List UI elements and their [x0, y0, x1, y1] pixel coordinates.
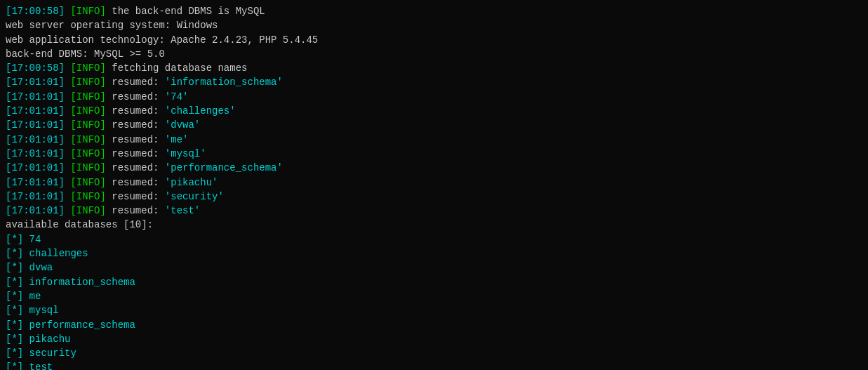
log-message: resumed: [106, 75, 165, 89]
log-line: web server operating system: Windows [6, 18, 862, 32]
quoted-value: 'challenges' [165, 104, 236, 118]
log-message: resumed: [106, 190, 165, 204]
timestamp: [17:00:58] [6, 61, 65, 75]
log-line: [17:01:01] [INFO] resumed: 'me' [6, 133, 862, 147]
quoted-value: 'test' [165, 204, 200, 218]
quoted-value: 'security' [165, 190, 224, 204]
timestamp: [17:01:01] [6, 176, 65, 190]
timestamp: [17:01:01] [6, 118, 65, 132]
timestamp: [17:01:01] [6, 104, 65, 118]
info-tag: [INFO] [70, 75, 105, 89]
timestamp: [17:01:01] [6, 75, 65, 89]
log-line: [17:01:01] [INFO] resumed: 'challenges' [6, 104, 862, 118]
timestamp: [17:01:01] [6, 147, 65, 161]
log-message: web application technology: Apache 2.4.2… [6, 33, 318, 47]
log-line: [17:01:01] [INFO] resumed: 'dvwa' [6, 118, 862, 132]
log-message: resumed: [106, 147, 165, 161]
bullet: [*] [6, 260, 23, 275]
space [65, 104, 70, 118]
bullet: [*] [6, 289, 23, 303]
log-message: resumed: [106, 176, 165, 190]
db-entry: [*] test [6, 360, 862, 370]
log-message: resumed: [106, 161, 165, 175]
info-tag: [INFO] [70, 190, 105, 204]
db-entry: [*] pikachu [6, 332, 862, 346]
timestamp: [17:01:01] [6, 161, 65, 175]
db-entry: [*] challenges [6, 246, 862, 260]
info-tag: [INFO] [70, 90, 105, 104]
timestamp: [17:01:01] [6, 190, 65, 204]
terminal-output: [17:00:58] [INFO] the back-end DBMS is M… [0, 0, 868, 370]
timestamp: [17:01:01] [6, 204, 65, 218]
space [65, 133, 70, 147]
space [65, 161, 70, 175]
log-line: [17:01:01] [INFO] resumed: 'mysql' [6, 147, 862, 161]
space [65, 147, 70, 161]
quoted-value: 'mysql' [165, 147, 206, 161]
quoted-value: '74' [165, 90, 189, 104]
space [65, 118, 70, 132]
log-line: [17:00:58] [INFO] the back-end DBMS is M… [6, 4, 862, 18]
db-entry: [*] me [6, 289, 862, 303]
info-tag: [INFO] [70, 161, 105, 175]
space [65, 4, 70, 18]
db-name: dvwa [23, 260, 53, 275]
space [65, 61, 70, 75]
info-tag: [INFO] [70, 176, 105, 190]
quoted-value: 'me' [165, 133, 189, 147]
db-name: me [23, 289, 41, 303]
info-tag: [INFO] [70, 133, 105, 147]
bullet: [*] [6, 346, 23, 360]
db-name: challenges [23, 246, 88, 260]
space [65, 90, 70, 104]
log-message: resumed: [106, 133, 165, 147]
bullet: [*] [6, 232, 23, 246]
log-line: available databases [10]: [6, 218, 862, 232]
db-entry: [*] dvwa [6, 260, 862, 275]
log-line: back-end DBMS: MySQL >= 5.0 [6, 47, 862, 61]
bullet: [*] [6, 318, 23, 332]
info-tag: [INFO] [70, 104, 105, 118]
log-line: [17:01:01] [INFO] resumed: 'security' [6, 190, 862, 204]
quoted-value: 'information_schema' [165, 75, 283, 89]
log-line: [17:01:01] [INFO] resumed: '74' [6, 90, 862, 104]
db-entry: [*] 74 [6, 232, 862, 246]
log-message: the back-end DBMS is MySQL [106, 4, 265, 18]
timestamp: [17:00:58] [6, 4, 65, 18]
info-tag: [INFO] [70, 61, 105, 75]
timestamp: [17:01:01] [6, 133, 65, 147]
log-line: [17:01:01] [INFO] resumed: 'test' [6, 204, 862, 218]
log-message: back-end DBMS: MySQL >= 5.0 [6, 47, 165, 61]
bullet: [*] [6, 360, 23, 370]
space [65, 176, 70, 190]
db-entry: [*] performance_schema [6, 318, 862, 332]
log-line: [17:00:58] [INFO] fetching database name… [6, 61, 862, 75]
log-message: resumed: [106, 118, 165, 132]
db-name: mysql [23, 303, 58, 317]
timestamp: [17:01:01] [6, 90, 65, 104]
db-entry: [*] mysql [6, 303, 862, 317]
log-message: resumed: [106, 90, 165, 104]
db-entry: [*] information_schema [6, 275, 862, 289]
info-tag: [INFO] [70, 204, 105, 218]
db-name: security [23, 346, 76, 360]
quoted-value: 'dvwa' [165, 118, 200, 132]
log-line: web application technology: Apache 2.4.2… [6, 33, 862, 47]
info-tag: [INFO] [70, 118, 105, 132]
bullet: [*] [6, 275, 23, 289]
db-name: pikachu [23, 332, 70, 346]
bullet: [*] [6, 332, 23, 346]
info-tag: [INFO] [70, 147, 105, 161]
db-name: test [23, 360, 53, 370]
quoted-value: 'performance_schema' [165, 161, 283, 175]
db-entry: [*] security [6, 346, 862, 360]
log-line: [17:01:01] [INFO] resumed: 'performance_… [6, 161, 862, 175]
log-line: [17:01:01] [INFO] resumed: 'information_… [6, 75, 862, 89]
log-message: web server operating system: Windows [6, 18, 218, 32]
log-message: resumed: [106, 104, 165, 118]
db-name: performance_schema [23, 318, 135, 332]
space [65, 190, 70, 204]
available-databases-header: available databases [10]: [6, 218, 153, 232]
log-message: resumed: [106, 204, 165, 218]
info-tag: [INFO] [70, 4, 105, 18]
